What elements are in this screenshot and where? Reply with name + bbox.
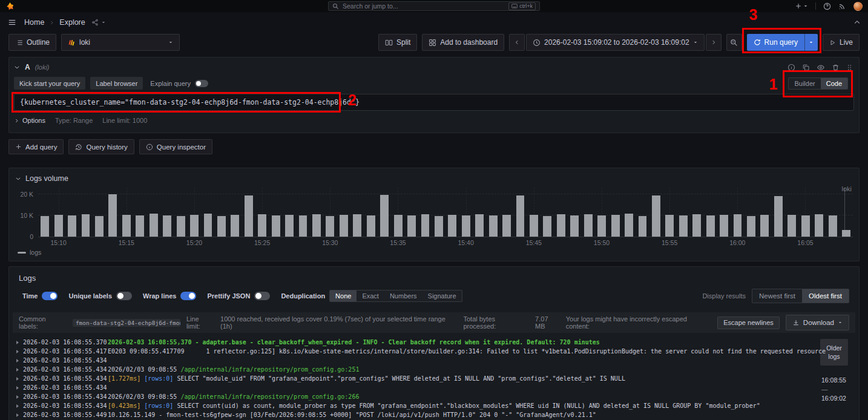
- option-none[interactable]: None: [330, 290, 357, 301]
- expand-row-icon[interactable]: [14, 347, 23, 356]
- add-to-dashboard-button[interactable]: Add to dashboard: [422, 34, 504, 51]
- log-row[interactable]: 2026-02-03 16:08:55.417E0203 09:08:55.41…: [14, 347, 854, 356]
- breadcrumb-home[interactable]: Home: [24, 18, 44, 27]
- query-editor-panel: A (loki) Kick start your query Label bro…: [8, 57, 860, 133]
- run-query-caret[interactable]: [804, 34, 818, 51]
- toggle-time[interactable]: [42, 292, 58, 300]
- volume-bar: [787, 215, 796, 237]
- time-shift-forward-button[interactable]: [706, 34, 722, 51]
- search-shortcut: ctrl+k: [508, 2, 536, 10]
- option-signature[interactable]: Signature: [422, 290, 462, 301]
- trash-icon[interactable]: [832, 64, 840, 71]
- new-menu-button[interactable]: [795, 2, 808, 10]
- expand-row-icon[interactable]: [14, 383, 23, 392]
- expand-row-icon[interactable]: [14, 365, 23, 374]
- history-icon: [75, 143, 82, 151]
- logs-volume-plot[interactable]: [38, 188, 853, 237]
- option-newest-first[interactable]: Newest first: [752, 289, 802, 303]
- share-icon[interactable]: [91, 19, 99, 26]
- run-query-main[interactable]: Run query: [747, 34, 804, 51]
- time-range-picker[interactable]: 2026-02-03 15:09:02 to 2026-02-03 16:09:…: [526, 34, 705, 51]
- query-input[interactable]: {kubernetes_cluster_name="fmon-data-stg2…: [14, 94, 854, 111]
- option-exact[interactable]: Exact: [357, 290, 384, 301]
- collapse-volume-icon[interactable]: [15, 176, 21, 182]
- copy-icon[interactable]: [802, 64, 810, 71]
- log-row[interactable]: 2026-02-03 16:08:55.434[1.727ms] [rows:0…: [14, 374, 854, 383]
- run-query-button[interactable]: Run query: [747, 34, 818, 51]
- query-inspector-button[interactable]: Query inspector: [139, 139, 212, 154]
- plus-icon: [15, 143, 22, 150]
- builder-mode-option[interactable]: Builder: [789, 78, 820, 89]
- user-avatar[interactable]: [853, 2, 863, 11]
- zoom-out-button[interactable]: [726, 34, 742, 51]
- zoom-out-icon: [730, 39, 738, 47]
- log-row[interactable]: 2026-02-03 16:08:55.4342026/02/03 09:08:…: [14, 392, 854, 401]
- escape-newlines-button[interactable]: Escape newlines: [717, 317, 780, 329]
- x-tick-label: 16:05: [797, 239, 813, 246]
- log-timestamp: 2026-02-03 16:08:55.434: [23, 401, 108, 410]
- dedup-group: NoneExactNumbersSignature: [329, 290, 462, 302]
- sync-icon: [754, 39, 761, 46]
- x-tick-label: 15:50: [594, 239, 610, 246]
- log-row[interactable]: 2026-02-03 16:08:55.434: [14, 383, 854, 392]
- caret-down-icon: [838, 320, 843, 325]
- options-toggle[interactable]: Options: [14, 117, 45, 124]
- menu-icon[interactable]: [7, 18, 17, 27]
- x-tick-label: 16:00: [729, 239, 745, 246]
- rss-icon[interactable]: [838, 2, 846, 10]
- log-timestamp: 2026-02-03 16:08:55.434: [23, 374, 108, 383]
- expand-row-icon[interactable]: [14, 392, 23, 401]
- help-icon[interactable]: [823, 2, 831, 10]
- split-icon: [385, 39, 393, 47]
- download-button[interactable]: Download: [786, 315, 849, 330]
- toggle-label: Time: [22, 292, 38, 300]
- older-logs-button[interactable]: Older logs: [820, 339, 848, 366]
- expand-row-icon[interactable]: [14, 374, 23, 383]
- explain-query-label: Explain query: [150, 80, 191, 87]
- volume-bar: [41, 216, 49, 237]
- split-button[interactable]: Split: [378, 34, 417, 51]
- log-row[interactable]: 2026-02-03 16:08:55.3702026-02-03 16:08:…: [14, 338, 854, 347]
- keyboard-icon: [511, 4, 518, 8]
- expand-row-icon[interactable]: [14, 401, 23, 410]
- global-search[interactable]: ctrl+k: [328, 1, 540, 11]
- outline-button[interactable]: Outline: [8, 34, 56, 51]
- option-numbers[interactable]: Numbers: [384, 290, 422, 301]
- expand-row-icon[interactable]: [14, 410, 23, 419]
- toggle-prettify-json[interactable]: [254, 292, 270, 300]
- line-limit-label: Line limit: 1000: [102, 117, 147, 124]
- toggle-unique-labels[interactable]: [116, 292, 132, 300]
- log-rows: 2026-02-03 16:08:55.3702026-02-03 16:08:…: [14, 338, 854, 420]
- code-mode-option[interactable]: Code: [821, 78, 847, 89]
- collapse-query-icon[interactable]: [14, 64, 20, 70]
- kick-start-button[interactable]: Kick start your query: [14, 77, 85, 90]
- volume-bar: [95, 216, 104, 237]
- live-button[interactable]: Live: [823, 34, 860, 51]
- option-oldest-first[interactable]: Oldest first: [802, 289, 849, 303]
- log-row[interactable]: 2026-02-03 16:08:55.44910.126.15.149 - f…: [14, 410, 854, 419]
- log-row[interactable]: 2026-02-03 16:08:55.434[0.423ms] [rows:0…: [14, 401, 854, 410]
- expand-row-icon[interactable]: [14, 338, 23, 347]
- volume-bar: [625, 214, 633, 237]
- editor-mode-group: Builder Code: [788, 77, 848, 90]
- label-browser-button[interactable]: Label browser: [90, 77, 143, 90]
- time-shift-back-button[interactable]: [509, 34, 525, 51]
- explain-query-toggle[interactable]: [195, 80, 208, 87]
- info-circle-icon[interactable]: [787, 64, 795, 71]
- search-input[interactable]: [343, 2, 505, 10]
- expand-row-icon[interactable]: [14, 356, 23, 365]
- log-row[interactable]: 2026-02-03 16:08:55.434: [14, 356, 854, 365]
- eye-icon[interactable]: [817, 64, 825, 71]
- caret-down-icon[interactable]: [101, 20, 106, 25]
- datasource-picker[interactable]: loki: [61, 34, 180, 51]
- add-query-button[interactable]: Add query: [8, 139, 64, 154]
- explore-toolbar: Outline loki Split Add to dashboard: [0, 33, 868, 54]
- grafana-logo-icon[interactable]: [5, 2, 15, 11]
- breadcrumb: Home Explore: [24, 18, 106, 27]
- query-history-button[interactable]: Query history: [68, 139, 134, 154]
- drag-handle-icon[interactable]: [846, 64, 853, 71]
- collapse-section-icon[interactable]: [853, 19, 861, 26]
- log-row[interactable]: 2026-02-03 16:08:55.4342026/02/03 09:08:…: [14, 365, 854, 374]
- breadcrumb-explore[interactable]: Explore: [59, 18, 85, 27]
- toggle-wrap-lines[interactable]: [180, 292, 196, 300]
